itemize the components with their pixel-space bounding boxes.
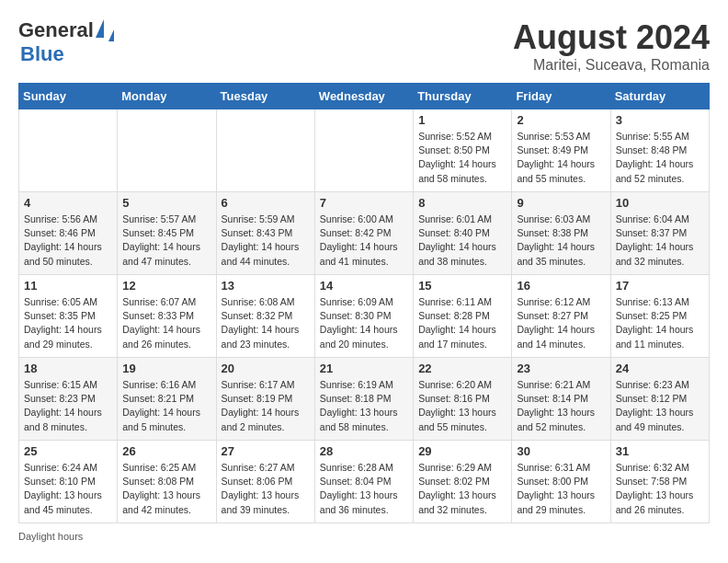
day-number: 7 — [320, 196, 408, 210]
day-number: 25 — [24, 444, 112, 458]
day-number: 29 — [418, 444, 506, 458]
day-number: 16 — [517, 279, 605, 293]
calendar-day-20: 20Sunrise: 6:17 AMSunset: 8:19 PMDayligh… — [216, 358, 314, 441]
day-info: Sunrise: 6:07 AMSunset: 8:33 PMDaylight:… — [122, 295, 210, 351]
col-header-tuesday: Tuesday — [216, 84, 314, 109]
day-info: Sunrise: 6:19 AMSunset: 8:18 PMDaylight:… — [320, 378, 408, 434]
calendar-day-25: 25Sunrise: 6:24 AMSunset: 8:10 PMDayligh… — [19, 441, 118, 523]
calendar-day-28: 28Sunrise: 6:28 AMSunset: 8:04 PMDayligh… — [314, 441, 413, 523]
day-info: Sunrise: 6:05 AMSunset: 8:35 PMDaylight:… — [24, 295, 112, 351]
calendar-week-row: 11Sunrise: 6:05 AMSunset: 8:35 PMDayligh… — [19, 275, 710, 358]
day-info: Sunrise: 6:16 AMSunset: 8:21 PMDaylight:… — [122, 378, 210, 434]
calendar-day-3: 3Sunrise: 5:55 AMSunset: 8:48 PMDaylight… — [610, 109, 709, 192]
calendar-week-row: 25Sunrise: 6:24 AMSunset: 8:10 PMDayligh… — [19, 441, 710, 523]
day-info: Sunrise: 6:01 AMSunset: 8:40 PMDaylight:… — [418, 213, 506, 269]
calendar-day-9: 9Sunrise: 6:03 AMSunset: 8:38 PMDaylight… — [512, 192, 610, 275]
calendar-empty-cell — [314, 109, 413, 192]
day-number: 2 — [517, 113, 605, 127]
day-number: 26 — [122, 444, 210, 458]
calendar-day-1: 1Sunrise: 5:52 AMSunset: 8:50 PMDaylight… — [414, 109, 512, 192]
day-info: Sunrise: 6:09 AMSunset: 8:30 PMDaylight:… — [320, 295, 408, 351]
day-info: Sunrise: 6:25 AMSunset: 8:08 PMDaylight:… — [122, 461, 210, 517]
day-info: Sunrise: 6:32 AMSunset: 7:58 PMDaylight:… — [616, 461, 704, 517]
calendar-day-8: 8Sunrise: 6:01 AMSunset: 8:40 PMDaylight… — [414, 192, 512, 275]
calendar-day-23: 23Sunrise: 6:21 AMSunset: 8:14 PMDayligh… — [512, 358, 610, 441]
day-info: Sunrise: 6:29 AMSunset: 8:02 PMDaylight:… — [418, 461, 506, 517]
calendar-day-2: 2Sunrise: 5:53 AMSunset: 8:49 PMDaylight… — [512, 109, 610, 192]
day-number: 27 — [222, 444, 310, 458]
calendar-day-17: 17Sunrise: 6:13 AMSunset: 8:25 PMDayligh… — [610, 275, 709, 358]
day-number: 23 — [517, 362, 605, 375]
day-number: 12 — [122, 279, 210, 293]
day-number: 10 — [616, 196, 704, 210]
day-info: Sunrise: 6:17 AMSunset: 8:19 PMDaylight:… — [222, 378, 310, 434]
day-number: 19 — [122, 362, 210, 375]
day-number: 1 — [418, 113, 506, 127]
month-title: August 2024 — [513, 18, 710, 57]
day-number: 22 — [418, 362, 506, 375]
day-number: 24 — [616, 362, 704, 375]
day-number: 5 — [122, 196, 210, 210]
day-number: 17 — [616, 279, 704, 293]
day-info: Sunrise: 5:57 AMSunset: 8:45 PMDaylight:… — [122, 213, 210, 269]
calendar-day-14: 14Sunrise: 6:09 AMSunset: 8:30 PMDayligh… — [314, 275, 413, 358]
day-info: Sunrise: 6:28 AMSunset: 8:04 PMDaylight:… — [320, 461, 408, 517]
day-info: Sunrise: 6:27 AMSunset: 8:06 PMDaylight:… — [222, 461, 310, 517]
day-number: 18 — [24, 362, 112, 375]
calendar-day-15: 15Sunrise: 6:11 AMSunset: 8:28 PMDayligh… — [414, 275, 512, 358]
col-header-sunday: Sunday — [19, 84, 118, 109]
day-info: Sunrise: 6:04 AMSunset: 8:37 PMDaylight:… — [616, 213, 704, 269]
day-number: 9 — [517, 196, 605, 210]
day-info: Sunrise: 5:52 AMSunset: 8:50 PMDaylight:… — [418, 130, 506, 186]
calendar-day-16: 16Sunrise: 6:12 AMSunset: 8:27 PMDayligh… — [512, 275, 610, 358]
calendar-day-10: 10Sunrise: 6:04 AMSunset: 8:37 PMDayligh… — [610, 192, 709, 275]
page-header: General Blue August 2024 Maritei, Suceav… — [18, 18, 710, 74]
day-info: Sunrise: 6:24 AMSunset: 8:10 PMDaylight:… — [24, 461, 112, 517]
col-header-thursday: Thursday — [414, 84, 512, 109]
col-header-friday: Friday — [512, 84, 610, 109]
title-block: August 2024 Maritei, Suceava, Romania — [513, 18, 710, 74]
day-number: 3 — [616, 113, 704, 127]
calendar-table: SundayMondayTuesdayWednesdayThursdayFrid… — [18, 83, 710, 523]
day-info: Sunrise: 6:11 AMSunset: 8:28 PMDaylight:… — [418, 295, 506, 351]
day-info: Sunrise: 6:21 AMSunset: 8:14 PMDaylight:… — [517, 378, 605, 434]
day-number: 11 — [24, 279, 112, 293]
calendar-empty-cell — [118, 109, 216, 192]
day-number: 28 — [320, 444, 408, 458]
calendar-day-30: 30Sunrise: 6:31 AMSunset: 8:00 PMDayligh… — [512, 441, 610, 523]
calendar-header-row: SundayMondayTuesdayWednesdayThursdayFrid… — [19, 84, 710, 109]
calendar-empty-cell — [216, 109, 314, 192]
day-info: Sunrise: 5:56 AMSunset: 8:46 PMDaylight:… — [24, 213, 112, 269]
day-info: Sunrise: 6:12 AMSunset: 8:27 PMDaylight:… — [517, 295, 605, 351]
day-info: Sunrise: 5:55 AMSunset: 8:48 PMDaylight:… — [616, 130, 704, 186]
logo-triangle2-icon — [108, 29, 114, 41]
calendar-day-21: 21Sunrise: 6:19 AMSunset: 8:18 PMDayligh… — [314, 358, 413, 441]
calendar-day-27: 27Sunrise: 6:27 AMSunset: 8:06 PMDayligh… — [216, 441, 314, 523]
location-subtitle: Maritei, Suceava, Romania — [513, 57, 710, 74]
col-header-saturday: Saturday — [610, 84, 709, 109]
day-info: Sunrise: 6:13 AMSunset: 8:25 PMDaylight:… — [616, 295, 704, 351]
day-number: 21 — [320, 362, 408, 375]
day-number: 13 — [222, 279, 310, 293]
calendar-day-29: 29Sunrise: 6:29 AMSunset: 8:02 PMDayligh… — [414, 441, 512, 523]
day-number: 30 — [517, 444, 605, 458]
day-number: 31 — [616, 444, 704, 458]
day-number: 4 — [24, 196, 112, 210]
logo-triangle-icon — [96, 19, 104, 38]
calendar-day-4: 4Sunrise: 5:56 AMSunset: 8:46 PMDaylight… — [19, 192, 118, 275]
calendar-day-7: 7Sunrise: 6:00 AMSunset: 8:42 PMDaylight… — [314, 192, 413, 275]
calendar-week-row: 4Sunrise: 5:56 AMSunset: 8:46 PMDaylight… — [19, 192, 710, 275]
day-info: Sunrise: 6:31 AMSunset: 8:00 PMDaylight:… — [517, 461, 605, 517]
logo: General Blue — [18, 18, 114, 66]
calendar-day-24: 24Sunrise: 6:23 AMSunset: 8:12 PMDayligh… — [610, 358, 709, 441]
day-info: Sunrise: 5:53 AMSunset: 8:49 PMDaylight:… — [517, 130, 605, 186]
calendar-day-18: 18Sunrise: 6:15 AMSunset: 8:23 PMDayligh… — [19, 358, 118, 441]
day-info: Sunrise: 6:03 AMSunset: 8:38 PMDaylight:… — [517, 213, 605, 269]
day-number: 8 — [418, 196, 506, 210]
logo-blue-text: Blue — [20, 42, 64, 65]
calendar-day-5: 5Sunrise: 5:57 AMSunset: 8:45 PMDaylight… — [118, 192, 216, 275]
calendar-day-31: 31Sunrise: 6:32 AMSunset: 7:58 PMDayligh… — [610, 441, 709, 523]
day-info: Sunrise: 6:15 AMSunset: 8:23 PMDaylight:… — [24, 378, 112, 434]
calendar-day-11: 11Sunrise: 6:05 AMSunset: 8:35 PMDayligh… — [19, 275, 118, 358]
day-number: 14 — [320, 279, 408, 293]
